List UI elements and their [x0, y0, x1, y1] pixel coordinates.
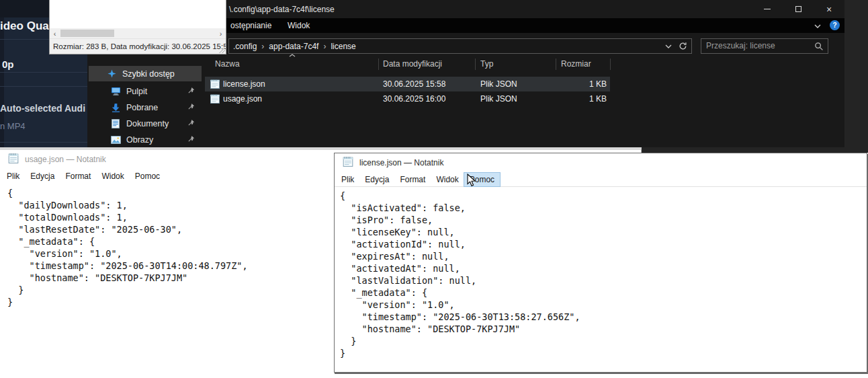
json-file-icon	[210, 93, 220, 106]
menu-view[interactable]: Widok	[96, 169, 129, 183]
file-row-license-json[interactable]: license.json 30.06.2025 15:58 Plik JSON …	[205, 77, 610, 91]
ribbon-tab-view[interactable]: Widok	[288, 18, 310, 33]
notepad-license-title-bar[interactable]: license.json — Notatnik	[335, 153, 867, 172]
column-divider[interactable]	[475, 59, 476, 70]
pin-icon	[187, 119, 195, 128]
breadcrumb-license[interactable]: license	[331, 42, 355, 51]
file-type: Plik JSON	[480, 79, 517, 89]
file-row-usage-json[interactable]: usage.json 30.06.2025 16:00 Plik JSON 1 …	[205, 91, 610, 106]
file-name: usage.json	[223, 94, 262, 104]
file-size: 1 KB	[554, 94, 607, 104]
pin-icon	[187, 103, 195, 112]
mouse-cursor	[467, 174, 476, 187]
file-modified: 30.06.2025 15:58	[383, 79, 445, 89]
column-divider[interactable]	[378, 59, 379, 70]
sidebar-item-label: Szybki dostęp	[122, 69, 202, 79]
pictures-icon	[110, 136, 121, 144]
menu-format[interactable]: Format	[394, 173, 431, 186]
sidebar-item-downloads[interactable]: Pobrane	[89, 100, 202, 115]
sidebar-item-quick-access[interactable]: Szybki dostęp	[89, 66, 202, 81]
resize-grip[interactable]	[218, 46, 225, 53]
quick-access-star-icon	[106, 69, 117, 78]
explorer-window-title: \.config\app-data-7c4f\license	[229, 5, 335, 14]
column-header-type[interactable]: Typ	[480, 59, 493, 69]
audio-label: Auto-selected Audi	[0, 103, 85, 114]
menu-help[interactable]: Pomoc	[130, 169, 165, 183]
notepad-license-menu-bar: Plik Edycja Format Widok Pomoc	[335, 172, 867, 187]
notepad-window-license: license.json — Notatnik Plik Edycja Form…	[334, 153, 867, 373]
ribbon-tab-share[interactable]: ostępnianie	[230, 18, 271, 33]
scroll-left-icon[interactable]: ‹	[50, 30, 60, 38]
divider	[0, 142, 88, 143]
format-label: n MP4	[0, 121, 26, 131]
notepad-icon	[343, 156, 353, 169]
window-title: license.json — Notatnik	[359, 158, 443, 167]
video-quality-label: ideo Quali	[0, 20, 55, 33]
file-type: Plik JSON	[480, 94, 517, 104]
json-file-icon	[210, 79, 220, 91]
status-bar-text: Rozmiar: 283 B, Data modyfikacji: 30.06.…	[50, 38, 226, 54]
column-divider[interactable]	[556, 59, 556, 70]
horizontal-scrollbar[interactable]: ‹ ›	[50, 28, 226, 38]
file-list-header: Nazwa Data modyfikacji Typ Rozmiar	[205, 57, 726, 72]
pin-icon	[187, 87, 195, 96]
search-input[interactable]: Przeszukaj: license	[701, 38, 828, 54]
maximize-icon	[795, 6, 801, 12]
breadcrumb-separator-icon: ›	[261, 42, 264, 51]
search-icon	[814, 42, 824, 51]
menu-view[interactable]: Widok	[431, 173, 464, 186]
window-title: usage.json — Notatnik	[25, 155, 106, 164]
breadcrumb-separator-icon: ›	[323, 42, 326, 51]
menu-edit[interactable]: Edycja	[359, 173, 394, 186]
sidebar-item-desktop[interactable]: Pulpit	[89, 83, 202, 99]
address-dropdown-chevron-icon[interactable]	[665, 44, 672, 48]
ribbon-collapse-chevron-icon[interactable]	[814, 24, 821, 28]
status-popup-window: ‹ › Rozmiar: 283 B, Data modyfikacji: 30…	[49, 0, 226, 54]
resolution-label: 0p	[2, 59, 14, 70]
refresh-icon[interactable]	[679, 42, 687, 50]
column-divider[interactable]	[610, 59, 611, 70]
search-placeholder: Przeszukaj: license	[706, 41, 775, 50]
close-icon: ×	[826, 5, 832, 14]
divider	[0, 86, 88, 87]
sidebar-item-documents[interactable]: Dokumenty	[89, 116, 202, 131]
breadcrumb-config[interactable]: .config	[233, 42, 257, 51]
scrollbar-thumb[interactable]	[60, 30, 114, 37]
desktop-icon	[110, 87, 121, 96]
menu-format[interactable]: Format	[60, 169, 96, 183]
menu-file[interactable]: Plik	[1, 169, 25, 183]
file-name: license.json	[223, 79, 265, 89]
notepad-icon	[8, 153, 19, 166]
address-bar[interactable]: .config › app-data-7c4f › license	[228, 38, 692, 54]
close-button[interactable]: ×	[818, 0, 840, 18]
pin-icon	[187, 135, 195, 145]
menu-file[interactable]: Plik	[336, 173, 359, 186]
documents-icon	[110, 119, 121, 128]
column-header-name[interactable]: Nazwa	[215, 59, 240, 69]
column-header-modified[interactable]: Data modyfikacji	[383, 59, 442, 69]
breadcrumb-app-data[interactable]: app-data-7c4f	[269, 42, 318, 51]
minimize-icon	[764, 9, 771, 9]
license-json-text[interactable]: { "isActivated": false, "isPro": false, …	[335, 187, 867, 359]
sidebar-item-pictures[interactable]: Obrazy	[89, 132, 202, 147]
scroll-right-icon[interactable]: ›	[216, 30, 226, 38]
help-icon[interactable]: ?	[830, 20, 840, 30]
divider	[0, 72, 88, 73]
column-header-size[interactable]: Rozmiar	[561, 59, 591, 69]
maximize-button[interactable]	[787, 0, 809, 18]
menu-edit[interactable]: Edycja	[25, 169, 60, 183]
file-size: 1 KB	[554, 79, 607, 89]
minimize-button[interactable]	[756, 0, 778, 18]
file-modified: 30.06.2025 16:00	[383, 94, 445, 104]
downloads-icon	[110, 103, 121, 112]
